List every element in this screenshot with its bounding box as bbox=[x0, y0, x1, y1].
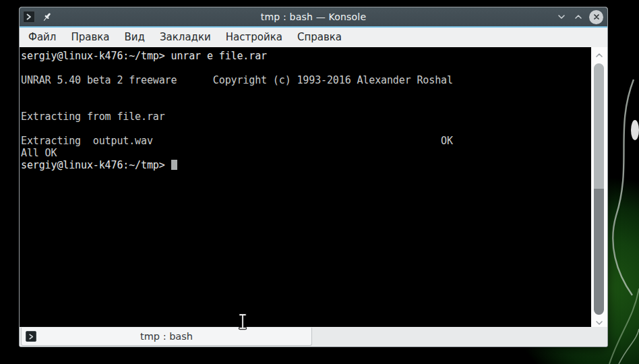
menubar: Файл Правка Вид Закладки Настройка Справ… bbox=[20, 28, 607, 47]
terminal-line: Extracting from file.rar bbox=[21, 111, 591, 123]
window-title: tmp : bash — Konsole bbox=[20, 11, 607, 22]
tab-label: tmp : bash bbox=[22, 328, 311, 345]
menu-item-bookmarks[interactable]: Закладки bbox=[152, 28, 218, 47]
terminal-line bbox=[21, 62, 591, 74]
terminal-line: Extracting output.wav OK bbox=[21, 135, 591, 147]
tabbar: tmp : bash bbox=[20, 327, 607, 347]
konsole-window: tmp : bash — Konsole bbox=[19, 7, 608, 347]
terminal-prompt-line: sergiy@linux-k476:~/tmp> bbox=[21, 159, 591, 171]
scroll-up-arrow[interactable] bbox=[591, 49, 607, 61]
close-button close-x-icon[interactable] bbox=[589, 10, 603, 24]
terminal-line: All OK bbox=[21, 147, 591, 159]
menu-item-help[interactable]: Справка bbox=[290, 28, 349, 47]
menu-item-file[interactable]: Файл bbox=[21, 28, 63, 47]
terminal-line bbox=[21, 98, 591, 111]
tab-tmp-bash[interactable]: tmp : bash bbox=[21, 328, 312, 346]
menu-item-view[interactable]: Вид bbox=[117, 28, 152, 47]
titlebar[interactable]: tmp : bash — Konsole bbox=[20, 7, 607, 26]
screen: tmp : bash — Konsole bbox=[0, 0, 639, 364]
menu-item-settings[interactable]: Настройка bbox=[218, 28, 290, 47]
terminal-line: sergiy@linux-k476:~/tmp> unrar e file.ra… bbox=[21, 50, 591, 62]
wallpaper-swirl bbox=[604, 0, 639, 364]
terminal-line: UNRAR 5.40 beta 2 freeware Copyright (c)… bbox=[21, 74, 591, 86]
scrollbar[interactable] bbox=[591, 47, 607, 327]
minimize-button chevron-down-icon[interactable] bbox=[555, 11, 568, 23]
terminal-line bbox=[21, 86, 591, 98]
maximize-button chevron-up-icon[interactable] bbox=[572, 11, 584, 23]
scrollbar-track-segment[interactable] bbox=[594, 63, 604, 190]
scrollbar-thumb[interactable] bbox=[594, 189, 604, 315]
menu-item-edit[interactable]: Правка bbox=[63, 28, 117, 47]
terminal-line bbox=[21, 123, 591, 135]
terminal-cursor bbox=[171, 160, 177, 170]
terminal-output[interactable]: sergiy@linux-k476:~/tmp> unrar e file.ra… bbox=[20, 47, 591, 327]
